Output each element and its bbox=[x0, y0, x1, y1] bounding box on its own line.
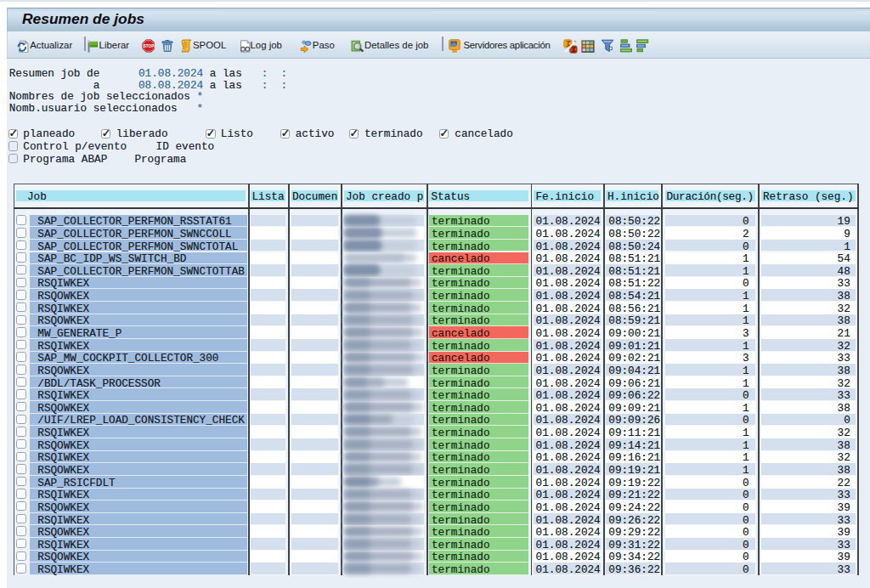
svg-text:STOP: STOP bbox=[143, 44, 153, 48]
